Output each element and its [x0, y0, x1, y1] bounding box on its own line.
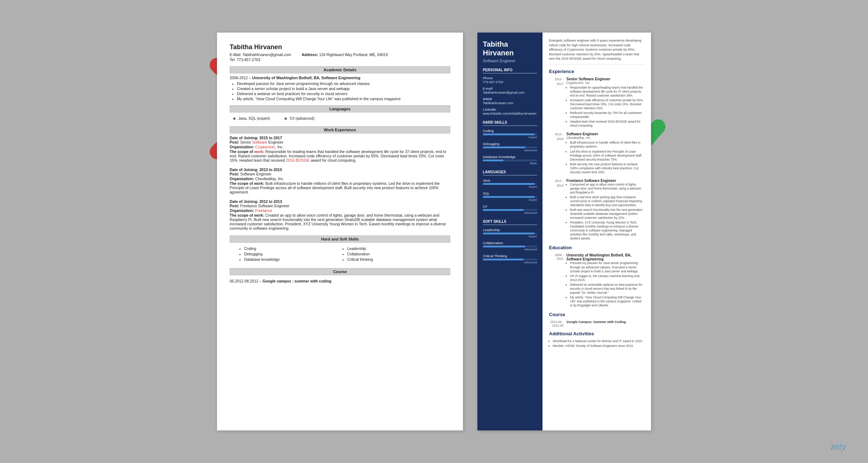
tel-value: 773-457-2703 — [237, 58, 260, 62]
date-line-1: Date of Joining: 2015 to 2017 — [230, 136, 450, 140]
email-value-modern: TabithaHirvanen@gmail.com — [483, 91, 537, 94]
skill-bar-bg — [483, 133, 537, 135]
modern-resume: TabithaHirvanen Software Engineer Person… — [477, 33, 651, 430]
lang2: C# (advanced) — [285, 116, 315, 120]
phone-item: Phone 773-457-2703 — [483, 76, 537, 84]
exp-bullet: Headed team that received 2016 BOSSIE aw… — [570, 120, 644, 128]
work-entry-2: Date of Joining: 2013 to 2015 Post: Soft… — [230, 167, 450, 194]
exp-content-1: Senior Software Engineer Cryptoconic, In… — [566, 77, 644, 128]
classic-name: Tabitha Hirvanen — [230, 43, 450, 51]
academic-entry: 2008-2012 – University of Washington Bot… — [230, 76, 450, 80]
skill-bar-fill — [483, 160, 503, 161]
hard-skills-title: Hard Skills — [483, 120, 537, 126]
classic-resume-wrapper: Tabitha Hirvanen E-Mail: TabithaHirvanen… — [217, 33, 463, 430]
classic-resume: Tabitha Hirvanen E-Mail: TabithaHirvanen… — [217, 33, 463, 430]
exp-entry-1: 2015 -2017 Senior Software Engineer Cryp… — [549, 77, 644, 128]
exp-title-3: Freelance Software Engineer — [566, 179, 644, 183]
exp-dates-2: 2013 -2015 — [549, 132, 563, 175]
skill-item: Database knowledge — [244, 257, 340, 262]
work-entry-3: Date of Joining: 2012 to 2013 Post: Free… — [230, 199, 450, 230]
languages-row: Java, SQL (expert) C# (advanced) — [230, 115, 450, 122]
email-value: TabithaHirvanen@gmail.com — [242, 52, 291, 57]
activities-section-title: Additional Activities — [549, 331, 644, 336]
course-entry: 06.2012-08.2012 – Google campus : summer… — [230, 277, 450, 285]
zety-watermark: zety — [830, 441, 846, 452]
personal-info-title: Personal Info — [483, 68, 537, 73]
org-line-2: Organization: Cloudwallop, Inc. — [230, 177, 450, 181]
classic-tel-line: Tel: 773-457-2703 — [230, 58, 450, 62]
exp-title-2: Software Engineer — [566, 132, 644, 136]
org-line-3: Organization: Freelance — [230, 208, 450, 213]
www-item: WWW TabithaHirvanen.com — [483, 97, 537, 105]
modern-name: TabithaHirvanen — [483, 40, 537, 57]
scope-1: The scope of work: Responsible for leadi… — [230, 149, 450, 162]
page-container: Tabitha Hirvanen E-Mail: TabithaHirvanen… — [217, 33, 651, 430]
exp-bullet: Built infrastructure to handle millions … — [570, 141, 644, 149]
activities-list: Shortlisted for a National Center for Wo… — [549, 339, 644, 348]
edu-bullet: My article, "How Cloud Computing Will Ch… — [570, 296, 644, 307]
edu-bullets-1: Pursued my passion for Java server progr… — [566, 261, 644, 307]
exp-bullet: Built new search functionality into the … — [570, 208, 644, 220]
exp-bullet: Composed an app to allow voice control o… — [570, 183, 644, 195]
exp-bullet: Increased code efficiency of customer po… — [570, 98, 644, 110]
education-section-title: Education — [549, 245, 644, 250]
post-line-3: Post: Freelance Software Engineer — [230, 204, 450, 208]
course-dates: 2012-06 -2012-08 — [549, 320, 563, 327]
skill-collaboration: Collaboration Advanced — [483, 241, 537, 251]
modern-title: Software Engineer — [483, 59, 537, 63]
edu-bullet: Delivered an actionable webinar on best … — [570, 283, 644, 295]
academic-bullets: Developed passion for Java server progra… — [237, 81, 450, 101]
classic-email-line: E-Mail: TabithaHirvanen@gmail.com Addres… — [230, 52, 450, 57]
modern-sidebar: TabithaHirvanen Software Engineer Person… — [477, 33, 542, 430]
course-content: Google Campus: Summer with Coding — [566, 320, 626, 327]
edu-bullet: Pursued my passion for Java server progr… — [570, 261, 644, 273]
course-section-title: Course — [549, 312, 644, 317]
address-label: Address: — [302, 52, 318, 57]
exp-bullet: Built security into new product features… — [570, 162, 644, 174]
scope-3: The scope of work: Created an app to all… — [230, 213, 450, 230]
scope-2: The scope of work: Built infrastructure … — [230, 181, 450, 194]
skill-item: Leadership — [347, 246, 443, 251]
modern-resume-wrapper: TabithaHirvanen Software Engineer Person… — [477, 33, 651, 430]
academic-bullet: Created a senior scholar project to buil… — [237, 86, 450, 91]
hard-skills-list: Coding Expert Debugging Advanced — [483, 129, 537, 165]
activity-item: Shortlisted for a National Center for Wo… — [553, 339, 644, 343]
modern-main: Energetic software engineer with 5 years… — [542, 33, 651, 430]
exp-entry-2: 2013 -2015 Software Engineer Cloudwallop… — [549, 132, 644, 175]
exp-bullet: Reduced security breaches by 73% for all… — [570, 111, 644, 119]
skill-item: Critical thinking — [347, 257, 443, 262]
skill-critical-thinking: Critical Thinking Advanced — [483, 254, 537, 264]
phone-value: 773-457-2703 — [483, 80, 537, 84]
exp-dates-1: 2015 -2017 — [549, 77, 563, 128]
work-section-header: Work Experience — [230, 126, 450, 133]
date-line-3: Date of Joining: 2012 to 2013 — [230, 199, 450, 204]
exp-content-3: Freelance Software Engineer Composed an … — [566, 179, 644, 242]
exp-bullet: President, XYZ University Young Women in… — [570, 221, 644, 241]
experience-section-title: Experience — [549, 69, 644, 74]
linkedin-label: LinkedIn — [483, 108, 537, 111]
lang-csharp: C# Advanced — [483, 204, 537, 214]
post-line-1: Post: Senior Software Engineer — [230, 140, 450, 144]
course-section-header: Course — [230, 268, 450, 275]
academic-bullet: My article, "How Cloud Computing Will Ch… — [237, 97, 450, 101]
exp-bullet: Led the drive to implement the Principle… — [570, 150, 644, 162]
exp-company-1: Cryptoconic, Inc. — [566, 81, 644, 85]
www-label: WWW — [483, 97, 537, 101]
exp-bullets-3: Composed an app to allow voice control o… — [566, 183, 644, 241]
academic-bullet: Developed passion for Java server progra… — [237, 81, 450, 86]
exp-entry-3: 2012 -2013 Freelance Software Engineer C… — [549, 179, 644, 242]
academic-section-header: Academic Details — [230, 66, 450, 73]
course-entry-modern: 2012-06 -2012-08 Google Campus: Summer w… — [549, 320, 644, 327]
soft-skills-title: Soft Skills — [483, 220, 537, 225]
skill-item: Collaboration — [347, 252, 443, 256]
org-line-1: Organization: Cryptoconic, Inc. — [230, 145, 450, 149]
email-label-modern: E-mail — [483, 87, 537, 90]
skill-bar-fill — [483, 146, 525, 148]
lang-java: Java Expert — [483, 178, 537, 188]
work-entry-1: Date of Joining: 2015 to 2017 Post: Seni… — [230, 136, 450, 162]
edu-title-1: University of Washington Bothell, BA, So… — [566, 253, 644, 261]
exp-bullet: Responsible for spearheading teams that … — [570, 86, 644, 98]
edu-entry-1: 2008 -2012 University of Washington Both… — [549, 253, 644, 308]
modern-summary: Energetic software engineer with 5 years… — [549, 38, 644, 64]
tel-label: Tel: — [230, 58, 235, 62]
